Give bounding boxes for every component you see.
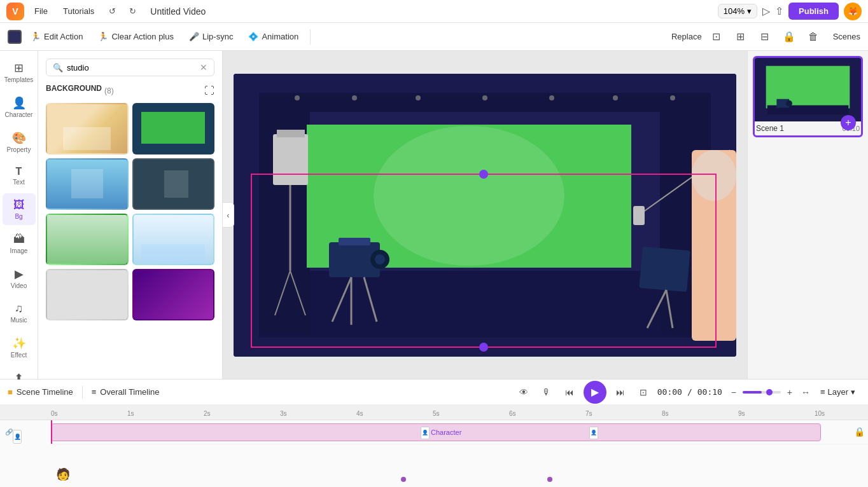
layout-icon[interactable]: ⊡ (707, 27, 726, 46)
svg-point-7 (352, 95, 357, 100)
lip-sync-button[interactable]: 🎤 Lip-sync (183, 29, 239, 45)
bg-thumb-2[interactable] (132, 103, 215, 154)
sidebar-item-property[interactable]: 🎨 Property (3, 126, 36, 158)
sidebar-label-templates: Templates (4, 76, 34, 83)
ruler-mark-2s: 2s (204, 410, 211, 417)
timeline-tracks: 🔗 👤 Character 👤 👤 🔒 (0, 420, 868, 444)
sidebar-item-image[interactable]: 🏔 Image (3, 228, 36, 259)
keyframe-dot-1[interactable] (401, 477, 406, 482)
animation-button[interactable]: 💠 Animation (242, 29, 305, 45)
skip-forward-button[interactable]: ⏭ (612, 383, 629, 401)
tutorials-menu[interactable]: Tutorials (58, 4, 99, 18)
zoom-plus-button[interactable]: + (783, 386, 796, 399)
bg-thumb-1[interactable] (46, 103, 129, 154)
undo-button[interactable]: ↺ (104, 4, 120, 19)
time-total: 00:10 (697, 387, 722, 397)
zoom-minus-button[interactable]: − (727, 386, 740, 399)
play-button[interactable]: ▶ (584, 381, 606, 404)
sidebar-item-effect[interactable]: ✨ Effect (3, 331, 36, 364)
user-avatar[interactable]: 🦊 (844, 3, 862, 20)
bg-thumb-3[interactable] (46, 158, 129, 210)
scene-timeline-icon: ■ (8, 387, 13, 397)
sidebar-label-video: Video (11, 282, 27, 289)
color-swatch[interactable] (8, 30, 22, 44)
sidebar-item-music[interactable]: ♫ Music (3, 297, 36, 329)
clear-action-button[interactable]: 🏃 Clear Action plus (92, 29, 180, 45)
ruler-mark-6s: 6s (509, 410, 516, 417)
video-icon: ▶ (15, 267, 24, 281)
sidebar-item-text[interactable]: T Text (3, 161, 36, 191)
svg-rect-3 (259, 93, 310, 334)
collapse-panel-button[interactable]: ‹ (223, 202, 234, 228)
share-button[interactable]: ⇧ (775, 5, 783, 17)
svg-rect-27 (639, 246, 690, 291)
clear-icon: 🏃 (98, 32, 108, 41)
sidebar-label-bg: Bg (15, 213, 22, 220)
toolbar-right: Replace ⊡ ⊞ ⊟ 🔒 🗑 Scenes (671, 27, 860, 46)
svg-point-36 (479, 343, 488, 352)
canvas[interactable] (234, 74, 736, 357)
sidebar-item-bg[interactable]: 🖼 Bg (3, 193, 36, 225)
fullscreen-icon[interactable]: ⛶ (204, 85, 214, 97)
track-lock-icon[interactable]: 🔒 (850, 423, 868, 441)
bg-thumb-8[interactable] (132, 269, 215, 320)
svg-rect-15 (273, 134, 308, 185)
redo-button[interactable]: ↻ (125, 4, 140, 19)
zoom-control-tl: − + (727, 386, 796, 399)
bg-thumb-7[interactable] (46, 269, 129, 320)
clear-action-label: Clear Action plus (111, 32, 174, 41)
sidebar-label-character: Character (5, 111, 33, 118)
svg-rect-16 (277, 130, 305, 137)
skip-back-button[interactable]: ⏮ (561, 383, 578, 401)
eye-button[interactable]: 👁 (515, 383, 533, 401)
track-controls: 🔗 👤 (0, 427, 51, 437)
align-icon[interactable]: ⊟ (755, 27, 774, 46)
sidebar-item-templates[interactable]: ⊞ Templates (3, 56, 36, 88)
main-area: ⊞ Templates 👤 Character 🎨 Property T Tex… (0, 51, 868, 379)
file-menu[interactable]: File (29, 4, 53, 18)
overall-timeline-label: ≡ Overall Timeline (92, 387, 160, 397)
search-bar: 🔍 ✕ (46, 58, 214, 76)
scene-1-thumb[interactable]: Scene 1 00:10 + (753, 56, 863, 137)
sidebar-item-video[interactable]: ▶ Video (3, 262, 36, 294)
lip-sync-label: Lip-sync (202, 32, 233, 41)
timeline-ruler: 0s 1s 2s 3s 4s 5s 6s 7s 8s 9s 10s (0, 405, 868, 420)
zoom-control[interactable]: 104% ▾ (718, 4, 757, 18)
zoom-bar[interactable] (743, 391, 781, 394)
left-sidebar: ⊞ Templates 👤 Character 🎨 Property T Tex… (0, 51, 38, 379)
zoom-level: 104% (724, 6, 745, 16)
lock-icon[interactable]: 🔒 (780, 27, 799, 46)
zoom-fill (743, 391, 762, 394)
caption-button[interactable]: ⊡ (634, 383, 652, 401)
keyframe-dot-2[interactable] (547, 477, 552, 482)
search-input[interactable] (67, 63, 196, 72)
delete-icon[interactable]: 🗑 (804, 27, 823, 46)
layer-chevron-icon: ▾ (851, 387, 855, 397)
bg-thumb-4[interactable] (132, 158, 215, 210)
zoom-thumb[interactable] (766, 389, 773, 395)
timeline-header: ■ Scene Timeline ≡ Overall Timeline 👁 🎙 … (0, 380, 868, 405)
preview-button[interactable]: ▷ (762, 5, 770, 17)
svg-point-10 (549, 95, 554, 100)
bg-thumb-5[interactable] (46, 214, 129, 265)
bg-thumb-6[interactable] (132, 214, 215, 265)
layer-selector[interactable]: ≡ Layer ▾ (815, 385, 860, 399)
grid-icon[interactable]: ⊞ (731, 27, 750, 46)
mic-button[interactable]: 🎙 (538, 383, 556, 401)
svg-point-6 (295, 95, 300, 100)
scene-1-name: Scene 1 (756, 124, 784, 133)
ruler-mark-3s: 3s (280, 410, 287, 417)
edit-action-button[interactable]: 🏃 Edit Action (24, 29, 89, 45)
replace-label[interactable]: Replace (671, 32, 702, 41)
publish-button[interactable]: Publish (788, 3, 839, 20)
background-grid (46, 103, 214, 320)
svg-point-12 (670, 95, 675, 100)
expand-icon[interactable]: ↔ (801, 387, 810, 397)
add-scene-button[interactable]: + (841, 115, 856, 130)
character-track-label: Character (431, 429, 461, 436)
time-separator: / (687, 387, 692, 397)
svg-point-43 (786, 100, 792, 107)
sidebar-item-character[interactable]: 👤 Character (3, 91, 36, 123)
search-clear-button[interactable]: ✕ (200, 62, 207, 72)
character-clip[interactable]: Character 👤 👤 (51, 423, 821, 441)
